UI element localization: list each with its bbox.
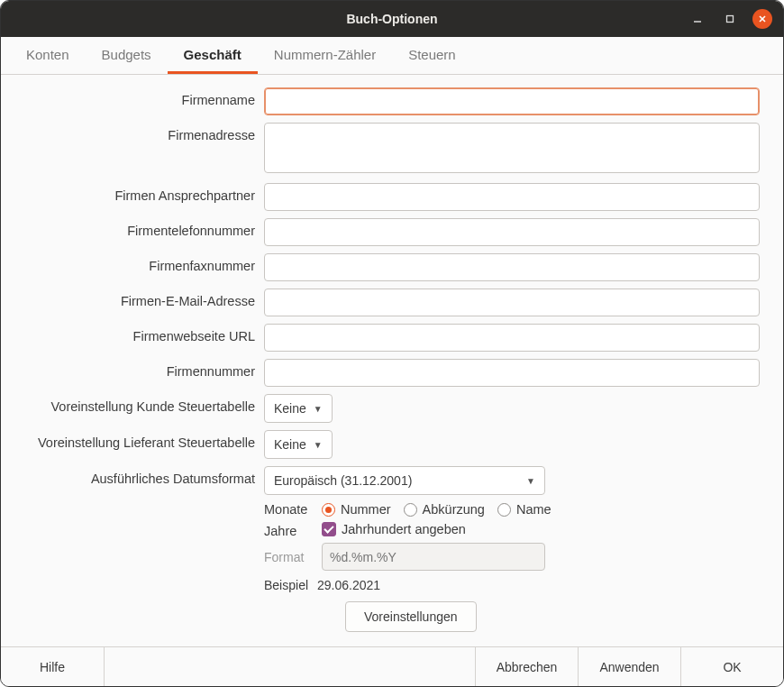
radio-icon bbox=[497, 503, 511, 517]
tab-geschaeft[interactable]: Geschäft bbox=[168, 38, 258, 74]
company-phone-label: Firmentelefonnummer bbox=[24, 218, 255, 238]
tab-konten[interactable]: Konten bbox=[10, 38, 86, 74]
vendor-tax-value: Keine bbox=[274, 437, 306, 452]
svg-rect-1 bbox=[727, 16, 734, 23]
month-radio-label: Abkürzung bbox=[423, 502, 485, 517]
bottombar-spacer bbox=[104, 647, 475, 686]
radio-icon bbox=[322, 503, 335, 517]
cust-tax-dropdown[interactable]: Keine ▼ bbox=[264, 394, 333, 423]
presets-button[interactable]: Voreinstellungen bbox=[345, 601, 477, 632]
month-radio-label: Name bbox=[516, 502, 552, 517]
company-name-label: Firmenname bbox=[24, 87, 255, 107]
minimize-button[interactable] bbox=[688, 9, 707, 29]
years-label: Jahre bbox=[264, 524, 322, 538]
help-button[interactable]: Hilfe bbox=[1, 647, 104, 686]
cancel-button[interactable]: Abbrechen bbox=[475, 647, 578, 686]
company-id-label: Firmennummer bbox=[24, 359, 255, 379]
window-title: Buch-Optionen bbox=[346, 12, 437, 26]
company-url-label: Firmenwebseite URL bbox=[24, 324, 255, 344]
tabstrip: Konten Budgets Geschäft Nummern-Zähler S… bbox=[1, 37, 783, 75]
vendor-tax-dropdown[interactable]: Keine ▼ bbox=[264, 430, 333, 459]
cust-tax-value: Keine bbox=[274, 401, 306, 416]
company-address-label: Firmenadresse bbox=[24, 123, 255, 142]
tab-steuern[interactable]: Steuern bbox=[392, 38, 472, 74]
company-contact-input[interactable] bbox=[264, 183, 760, 211]
company-id-input[interactable] bbox=[264, 359, 760, 387]
company-name-input[interactable] bbox=[264, 87, 760, 115]
apply-button[interactable]: Anwenden bbox=[578, 647, 680, 686]
tab-budgets[interactable]: Budgets bbox=[86, 38, 168, 74]
company-address-input[interactable] bbox=[264, 123, 760, 173]
bottom-bar: Hilfe Abbrechen Anwenden OK bbox=[1, 646, 783, 686]
cust-tax-label: Voreinstellung Kunde Steuertabelle bbox=[24, 394, 255, 414]
maximize-icon bbox=[725, 14, 735, 24]
window-controls bbox=[688, 1, 778, 37]
month-radio-nummer[interactable]: Nummer bbox=[322, 502, 391, 517]
company-phone-input[interactable] bbox=[264, 218, 760, 246]
minimize-icon bbox=[692, 14, 703, 24]
format-label: Format bbox=[264, 550, 313, 564]
company-email-input[interactable] bbox=[264, 289, 760, 316]
format-string-input bbox=[322, 543, 545, 571]
date-format-value: Europäisch (31.12.2001) bbox=[274, 473, 412, 488]
radio-icon bbox=[404, 503, 417, 517]
months-label: Monate bbox=[264, 502, 322, 517]
example-value: 29.06.2021 bbox=[317, 578, 380, 592]
chevron-down-icon: ▼ bbox=[526, 476, 535, 486]
months-radios: Nummer Abkürzung Name bbox=[322, 502, 760, 517]
company-contact-label: Firmen Ansprechpartner bbox=[24, 183, 255, 203]
date-format-label: Ausführliches Datumsformat bbox=[24, 466, 255, 486]
company-fax-label: Firmenfaxnummer bbox=[24, 253, 255, 273]
example-label: Beispiel bbox=[264, 578, 308, 592]
options-window: Buch-Optionen Konten Budgets Geschäft Nu… bbox=[0, 0, 784, 687]
month-radio-name[interactable]: Name bbox=[497, 502, 552, 517]
date-format-dropdown[interactable]: Europäisch (31.12.2001) ▼ bbox=[264, 466, 545, 495]
company-url-input[interactable] bbox=[264, 324, 760, 352]
vendor-tax-label: Voreinstellung Lieferant Steuertabelle bbox=[24, 430, 255, 450]
century-checkbox[interactable]: Jahrhundert angeben bbox=[322, 522, 466, 536]
maximize-button[interactable] bbox=[720, 9, 740, 29]
company-fax-input[interactable] bbox=[264, 253, 760, 281]
tab-content-geschaeft: Firmenname Firmenadresse Firmen Ansprech… bbox=[1, 75, 783, 646]
close-icon bbox=[757, 14, 768, 24]
checkbox-icon bbox=[322, 522, 336, 536]
date-format-options: Monate Nummer Abkürzung Name Jahre bbox=[264, 502, 760, 539]
tab-nummern-zaehler[interactable]: Nummern-Zähler bbox=[258, 38, 392, 74]
close-button[interactable] bbox=[752, 9, 772, 29]
chevron-down-icon: ▼ bbox=[314, 440, 323, 450]
month-radio-abkuerzung[interactable]: Abkürzung bbox=[404, 502, 485, 517]
ok-button[interactable]: OK bbox=[680, 647, 783, 686]
century-label: Jahrhundert angeben bbox=[342, 522, 466, 536]
titlebar: Buch-Optionen bbox=[1, 1, 783, 37]
company-email-label: Firmen-E-Mail-Adresse bbox=[24, 289, 255, 308]
chevron-down-icon: ▼ bbox=[314, 404, 323, 414]
month-radio-label: Nummer bbox=[341, 502, 391, 517]
